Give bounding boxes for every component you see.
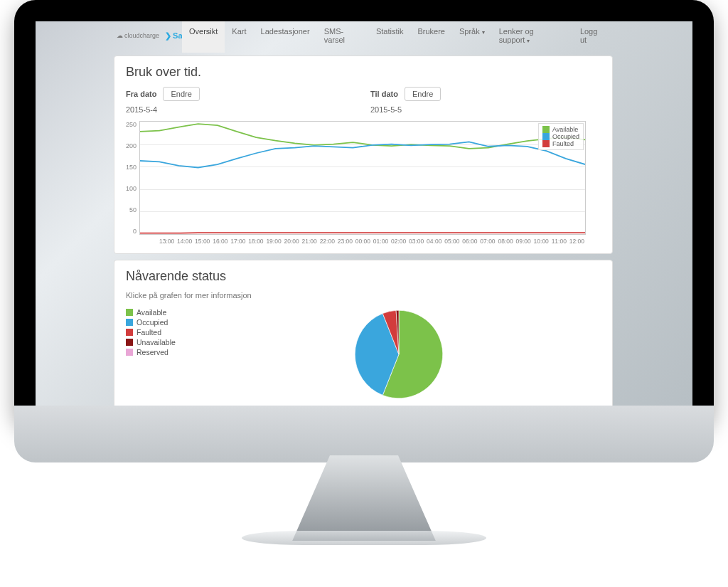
nav-kart[interactable]: Kart	[225, 21, 253, 53]
nav-logout[interactable]: Logg ut	[573, 21, 613, 53]
brand-logos: ☁︎ cloudcharge ❯ Salto	[114, 31, 182, 41]
y-axis: 250 200 150 100 50 0	[126, 121, 139, 235]
legend-swatch-occupied	[542, 133, 550, 140]
bird-icon: ❯	[165, 31, 171, 41]
legend-swatch-available	[126, 309, 133, 316]
nav-support[interactable]: Lenker og support	[492, 21, 573, 53]
to-date-change-button[interactable]: Endre	[405, 87, 441, 101]
x-axis: 13:0014:0015:0016:0017:0018:0019:0020:00…	[139, 238, 586, 245]
main-nav: Oversikt Kart Ladestasjoner SMS-varsel S…	[182, 21, 452, 53]
screen: ☁︎ cloudcharge ❯ Salto Oversikt Kart Lad…	[36, 21, 692, 406]
nav-oversikt[interactable]: Oversikt	[182, 21, 225, 53]
nav-sms-varsel[interactable]: SMS-varsel	[317, 21, 369, 53]
cloudcharge-label: cloudcharge	[124, 32, 159, 39]
nav-language[interactable]: Språk	[452, 21, 492, 53]
nav-right: Språk Lenker og support Logg ut	[452, 21, 613, 53]
nav-ladestasjoner[interactable]: Ladestasjoner	[254, 21, 317, 53]
to-date-label: Til dato	[370, 90, 398, 98]
top-navbar: ☁︎ cloudcharge ❯ Salto Oversikt Kart Lad…	[114, 21, 613, 50]
from-date-label: Fra dato	[126, 90, 156, 98]
date-range-row: Fra dato Endre 2015-5-4 Til dato Endre 2…	[126, 87, 601, 114]
legend-swatch-available	[542, 126, 550, 133]
monitor-bezel: ☁︎ cloudcharge ❯ Salto Oversikt Kart Lad…	[14, 0, 714, 427]
pie-legend: Available Occupied Faulted Unavailable R…	[126, 308, 176, 401]
panel2-title: Nåvarende status	[126, 269, 601, 284]
pie-chart[interactable]	[328, 308, 470, 401]
cloudcharge-logo: ☁︎ cloudcharge	[117, 32, 159, 39]
from-date-change-button[interactable]: Endre	[163, 87, 199, 101]
monitor-foot	[242, 531, 486, 545]
legend-swatch-unavailable	[126, 339, 133, 346]
line-chart[interactable]: 250 200 150 100 50 0	[126, 121, 601, 245]
to-date-value: 2015-5-5	[370, 105, 601, 114]
nav-brukere[interactable]: Brukere	[410, 21, 452, 53]
from-date-value: 2015-5-4	[126, 105, 356, 114]
nav-statistik[interactable]: Statistik	[369, 21, 411, 53]
line-chart-legend: Available Occupied Faulted	[538, 123, 584, 150]
monitor-stand	[279, 455, 449, 541]
monitor-chin	[14, 406, 714, 462]
panel-current-status: Nåvarende status Klicke på grafen for me…	[114, 260, 613, 406]
legend-swatch-reserved	[126, 349, 133, 356]
legend-swatch-faulted	[126, 329, 133, 336]
panel2-subtitle: Klicke på grafen for mer informasjon	[126, 291, 601, 300]
cloud-icon: ☁︎	[117, 32, 123, 39]
legend-swatch-faulted	[542, 140, 550, 147]
plot-area: Available Occupied Faulted	[139, 121, 586, 235]
panel-usage-over-time: Bruk over tid. Fra dato Endre 2015-5-4 T…	[114, 55, 613, 254]
panel1-title: Bruk over tid.	[126, 65, 601, 80]
legend-swatch-occupied	[126, 319, 133, 326]
